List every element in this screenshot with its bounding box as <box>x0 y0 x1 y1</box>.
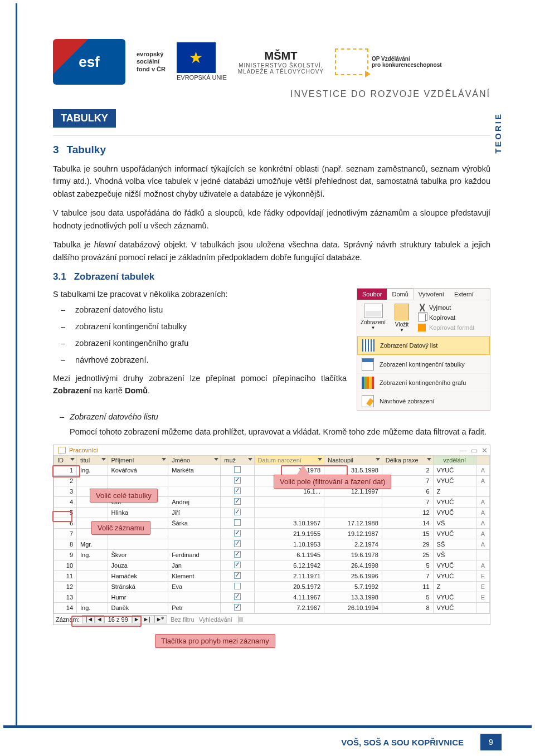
callout-field-selector: Volič pole (filtrování a řazení dat) <box>274 475 391 489</box>
divider <box>53 135 490 136</box>
table-row[interactable]: 218...7.8.19967VYUČA <box>54 476 490 486</box>
design-icon <box>362 395 374 407</box>
chart-icon <box>362 377 374 389</box>
menu-pivot-table[interactable]: Zobrazení kontingenční tabulky <box>357 355 490 373</box>
highlight-row-selector <box>52 511 72 522</box>
school-name: VOŠ, SOŠ A SOU KOPŘIVNICE <box>341 738 464 747</box>
view-button[interactable]: Zobrazení ▼ <box>358 303 388 331</box>
brush-icon <box>418 324 426 331</box>
datasheet-icon <box>364 304 383 318</box>
col-jmeno[interactable]: Jméno <box>168 456 221 465</box>
page-footer: VOŠ, SOŠ A SOU KOPŘIVNICE 9 <box>0 734 535 750</box>
table-row[interactable]: 8Mgr.1.10.19532.2.197429SŠA <box>54 539 490 550</box>
col-titul[interactable]: titul <box>77 456 108 465</box>
copy-button[interactable]: Kopírovat <box>416 313 476 323</box>
bottom-rule <box>3 725 532 728</box>
table-row[interactable]: 12StránskáEva20.5.19725.7.199211ZE <box>54 582 490 592</box>
paragraph: Pomocí tohoto zobrazení můžeme data proh… <box>70 426 490 438</box>
invest-line: INVESTICE DO ROZVOJE VZDĚLÁVÁNÍ <box>53 89 490 99</box>
paragraph: Tabulka je hlavní databázový objekt. V t… <box>53 238 490 264</box>
page-number: 9 <box>480 734 502 750</box>
table-row[interactable]: 5HlinkaJiří12VYUČA <box>54 508 490 518</box>
datasheet-tab[interactable]: Pracovníci <box>54 445 490 455</box>
cut-icon <box>418 304 426 311</box>
esf-text: evropský sociální fond v ČR <box>137 51 166 73</box>
tab-create[interactable]: Vytvoření <box>414 289 449 300</box>
col-prijmeni[interactable]: Příjmení <box>108 456 168 465</box>
table-icon <box>58 447 66 453</box>
col-vzdelani[interactable]: vzdělání <box>433 456 476 465</box>
paragraph: Tabulka je souhrn uspořádaných informací… <box>53 163 490 200</box>
format-painter-button[interactable]: Kopírovat formát <box>416 323 476 333</box>
paste-button[interactable]: Vložit ▼ <box>392 303 411 334</box>
section-header: TABULKY <box>53 109 116 128</box>
col-nastoupil[interactable]: Nastoupil <box>324 456 382 465</box>
list-item: návrhové zobrazení. <box>75 355 148 364</box>
menu-design-view[interactable]: Návrhové zobrazení <box>357 392 490 410</box>
col-muz[interactable]: muž <box>221 456 254 465</box>
table-row[interactable]: 9Ing.ŠkvorFerdinand6.1.194519.6.197825VŠ <box>54 550 490 560</box>
copy-icon <box>418 314 426 321</box>
op-logo: OP Vzdělávánípro konkurenceschopnost <box>335 48 442 75</box>
nav-filter[interactable]: Bez filtru <box>171 616 194 623</box>
esf-logo: esf <box>53 39 125 85</box>
heading-text: Zobrazení tabulek <box>74 271 155 282</box>
msmt-logo: MŠMT MINISTERSTVO ŠKOLSTVÍ, MLÁDEŽE A TĚ… <box>238 50 324 75</box>
col-delka-praxe[interactable]: Délka praxe <box>382 456 433 465</box>
heading-number: 3 <box>53 144 59 155</box>
paragraph: Mezi jednotlivými druhy zobrazení lze př… <box>53 372 347 397</box>
paste-icon <box>395 304 409 320</box>
side-badge-teorie: TEORIE <box>493 113 503 154</box>
paragraph: S tabulkami lze pracovat v několika zobr… <box>53 288 347 300</box>
eu-label: EVROPSKÁ UNIE <box>177 74 227 81</box>
tab-home[interactable]: Domů <box>387 289 413 300</box>
logo-banner: esf evropský sociální fond v ČR ★ EVROPS… <box>53 39 490 85</box>
nav-new[interactable]: ▶* <box>154 615 167 623</box>
menu-datasheet-view[interactable]: Zobrazení Datový list <box>357 336 490 355</box>
col-datum-narozeni[interactable]: Datum narození <box>254 456 324 465</box>
callout-row-selector: Volič záznamu <box>91 521 150 535</box>
heading-3: 3Tabulky <box>53 144 490 156</box>
menu-pivot-chart[interactable]: Zobrazení kontingenčního grafu <box>357 373 490 392</box>
ribbon-screenshot: Soubor Domů Vytvoření Externí Zobrazení … <box>357 288 490 411</box>
heading-3-1: 3.1Zobrazení tabulek <box>53 271 490 282</box>
list-item: zobrazení kontingenční tabulky <box>75 322 187 331</box>
subsection: –Zobrazení datového listu Pomocí tohoto … <box>70 411 490 438</box>
table-row[interactable]: 10JouzaJan6.12.194226.4.19985VYUČA <box>54 560 490 571</box>
minmax-icons[interactable]: — ▭ ✕ <box>460 446 488 455</box>
table-row[interactable]: 1Ing.KovářováMarkéta1...197831.5.19982VY… <box>54 465 490 476</box>
eu-flag: ★ <box>177 42 216 73</box>
heading-number: 3.1 <box>53 271 66 282</box>
tab-file[interactable]: Soubor <box>357 289 387 300</box>
callout-nav-buttons: Tlačítka pro pohyb mezi záznamy <box>155 634 275 648</box>
col-id[interactable]: ID <box>54 456 77 465</box>
subsection-title: Zobrazení datového listu <box>70 412 158 421</box>
nav-last[interactable]: ▶| <box>141 615 154 623</box>
highlight-table-selector <box>52 465 80 477</box>
pivot-icon <box>362 358 374 370</box>
table-row[interactable]: 14Ing.DaněkPetr7.2.196726.10.19948VYUČ <box>54 603 490 613</box>
nav-search[interactable]: Vyhledávání <box>199 616 232 623</box>
bullet-list: –zobrazení datového listu –zobrazení kon… <box>61 305 347 364</box>
table-row[interactable]: 11HamáčekKlement2.11.197125.6.19967VYUČE <box>54 571 490 582</box>
heading-text: Tabulky <box>67 144 106 155</box>
paragraph: V tabulce jsou data uspořádána do řádků … <box>53 207 490 232</box>
grid-icon <box>362 339 374 352</box>
cut-button[interactable]: Vyjmout <box>416 303 476 313</box>
col-more <box>476 456 489 465</box>
tab-external[interactable]: Externí <box>449 289 479 300</box>
list-item: zobrazení datového listu <box>75 305 163 314</box>
callout-table-selector: Volič celé tabulky <box>90 489 158 503</box>
table-row[interactable]: 13Humr4.11.196713.3.19985VYUČE <box>54 592 490 603</box>
scrollbar[interactable] <box>238 616 488 623</box>
list-item: zobrazení kontingenčního grafu <box>75 339 188 348</box>
datasheet-screenshot: Pracovníci — ▭ ✕ ID titul Příjmení Jméno… <box>53 445 490 625</box>
highlight-nav-buttons <box>71 616 142 627</box>
